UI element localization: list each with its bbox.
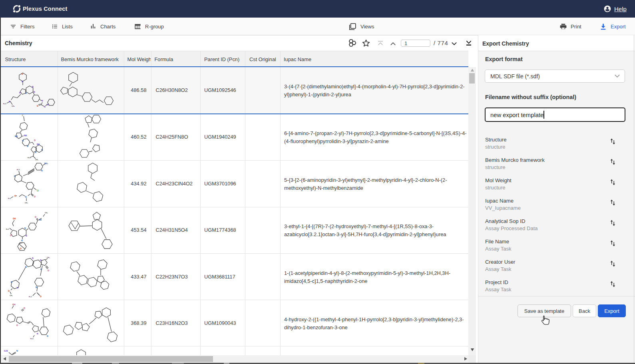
svg-text:N: N: [22, 139, 24, 142]
svg-text:NH: NH: [24, 134, 27, 137]
svg-text:OH: OH: [13, 217, 16, 220]
svg-text:O: O: [34, 139, 36, 141]
svg-text:N: N: [17, 286, 18, 289]
svg-text:N: N: [41, 169, 43, 172]
svg-text:H₃C: H₃C: [8, 197, 11, 199]
svg-text:N: N: [21, 239, 23, 242]
svg-text:N: N: [40, 268, 42, 271]
svg-text:OH: OH: [12, 303, 16, 306]
svg-text:CH₃: CH₃: [45, 212, 48, 214]
svg-text:O: O: [34, 195, 36, 198]
svg-text:O: O: [8, 290, 10, 292]
svg-text:N: N: [25, 266, 27, 268]
svg-text:N: N: [40, 259, 42, 261]
svg-text:H₃C: H₃C: [28, 157, 31, 159]
svg-text:N: N: [37, 332, 38, 335]
svg-text:O: O: [48, 269, 49, 272]
svg-text:O: O: [14, 195, 16, 197]
svg-text:CH₃: CH₃: [10, 294, 13, 296]
svg-text:H₃C: H₃C: [30, 338, 34, 340]
svg-text:F: F: [22, 114, 23, 117]
svg-text:HN: HN: [15, 135, 18, 137]
svg-text:N: N: [24, 227, 26, 229]
svg-text:H₃C: H₃C: [29, 296, 32, 298]
svg-text:N: N: [14, 175, 16, 177]
svg-text:H₃C: H₃C: [17, 169, 20, 171]
svg-text:NH: NH: [37, 143, 40, 145]
svg-text:NH: NH: [39, 219, 42, 221]
svg-text:N: N: [32, 257, 34, 259]
svg-text:N: N: [25, 196, 27, 198]
svg-text:O: O: [10, 234, 12, 237]
svg-text:O: O: [20, 247, 22, 250]
svg-text:N: N: [36, 286, 37, 288]
svg-text:N: N: [16, 350, 18, 352]
svg-text:CH₃: CH₃: [25, 202, 28, 204]
svg-text:N: N: [11, 281, 12, 283]
svg-text:N: N: [41, 149, 43, 151]
svg-text:N: N: [26, 235, 27, 237]
svg-text:H₂N: H₂N: [4, 350, 8, 352]
svg-text:N: N: [27, 145, 28, 147]
svg-text:CH₃: CH₃: [47, 257, 50, 259]
svg-text:O: O: [24, 307, 25, 309]
svg-text:H₃C: H₃C: [6, 228, 9, 230]
svg-text:O: O: [35, 216, 36, 218]
svg-text:Cl: Cl: [37, 189, 39, 192]
svg-text:O: O: [16, 324, 18, 326]
svg-text:NH₂: NH₂: [44, 162, 48, 165]
svg-text:N: N: [35, 151, 36, 153]
svg-text:O: O: [40, 295, 42, 298]
svg-text:N: N: [47, 335, 48, 337]
